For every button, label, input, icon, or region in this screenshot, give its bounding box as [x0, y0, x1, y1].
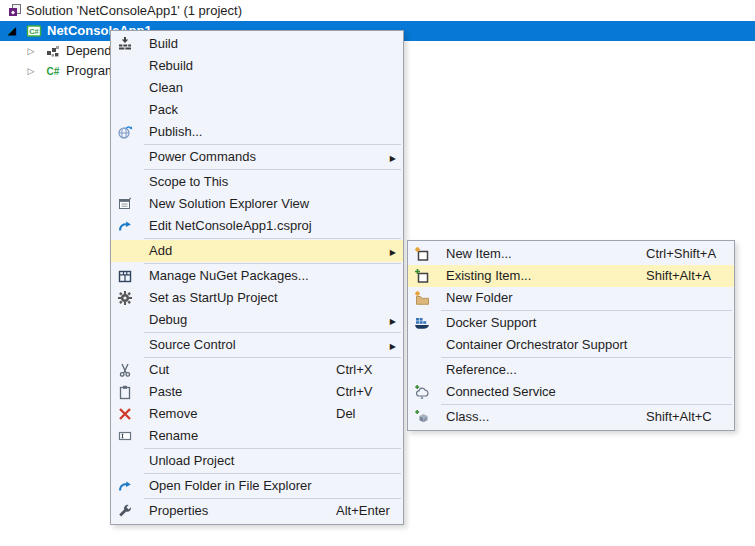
menu-item-debug[interactable]: Debug [111, 309, 403, 331]
menu-item-label: Edit NetConsoleApp1.csproj [149, 215, 312, 237]
remove-icon [117, 406, 133, 422]
menu-item-properties[interactable]: Properties Alt+Enter [111, 500, 403, 522]
submenu-arrow-icon [390, 146, 396, 170]
menu-item-cut[interactable]: Cut Ctrl+X [111, 359, 403, 381]
menu-item-label: Rename [149, 425, 198, 447]
add-submenu: New Item... Ctrl+Shift+A Existing Item..… [407, 240, 735, 431]
menu-item-label: New Solution Explorer View [149, 193, 309, 215]
menu-item-connected-service[interactable]: Connected Service [408, 381, 734, 403]
svg-text:C#: C# [47, 66, 60, 77]
menu-separator [144, 473, 401, 474]
menu-item-clean[interactable]: Clean [111, 77, 403, 99]
menu-item-label: New Folder [446, 287, 512, 309]
menu-item-label: Cut [149, 359, 169, 381]
menu-item-label: Unload Project [149, 450, 234, 472]
menu-item-remove[interactable]: Remove Del [111, 403, 403, 425]
menu-item-docker-support[interactable]: Docker Support [408, 312, 734, 334]
solution-node[interactable]: Solution 'NetConsoleApp1' (1 project) [0, 0, 755, 21]
menu-item-set-startup-project[interactable]: Set as StartUp Project [111, 287, 403, 309]
menu-item-label: Clean [149, 77, 183, 99]
wrench-icon [117, 503, 133, 519]
menu-item-label: Build [149, 33, 178, 55]
menu-item-label: Scope to This [149, 171, 228, 193]
menu-item-paste[interactable]: Paste Ctrl+V [111, 381, 403, 403]
menu-item-label: Paste [149, 381, 182, 403]
class-icon [414, 409, 430, 425]
existing-item-icon [414, 268, 430, 284]
expander-closed-icon[interactable] [25, 41, 37, 61]
menu-separator [441, 404, 732, 405]
menu-item-reference[interactable]: Reference... [408, 359, 734, 381]
new-item-icon [414, 246, 430, 262]
publish-icon [117, 124, 133, 140]
menu-item-label: Existing Item... [446, 265, 531, 287]
paste-icon [117, 384, 133, 400]
rename-icon [117, 428, 133, 444]
menu-item-new-item[interactable]: New Item... Ctrl+Shift+A [408, 243, 734, 265]
menu-item-shortcut: Ctrl+X [336, 359, 372, 381]
menu-item-class[interactable]: Class... Shift+Alt+C [408, 406, 734, 428]
menu-item-label: Remove [149, 403, 197, 425]
menu-separator [144, 238, 401, 239]
open-folder-arrow-icon [117, 478, 133, 494]
menu-item-label: Power Commands [149, 146, 256, 168]
csharp-file-icon: C# [45, 63, 61, 79]
menu-separator [144, 263, 401, 264]
menu-item-open-folder[interactable]: Open Folder in File Explorer [111, 475, 403, 497]
menu-item-build[interactable]: Build [111, 33, 403, 55]
menu-item-label: Debug [149, 309, 187, 331]
menu-item-label: Open Folder in File Explorer [149, 475, 312, 497]
menu-item-label: Manage NuGet Packages... [149, 265, 309, 287]
csharp-project-icon: C# [26, 23, 42, 39]
submenu-arrow-icon [390, 240, 396, 264]
menu-item-rename[interactable]: Rename [111, 425, 403, 447]
menu-item-manage-nuget[interactable]: Manage NuGet Packages... [111, 265, 403, 287]
connected-service-icon [414, 384, 430, 400]
menu-item-power-commands[interactable]: Power Commands [111, 146, 403, 168]
cut-icon [117, 362, 133, 378]
menu-item-shortcut: Shift+Alt+A [646, 265, 711, 287]
menu-item-container-orchestrator[interactable]: Container Orchestrator Support [408, 334, 734, 356]
new-folder-icon [414, 290, 430, 306]
menu-separator [144, 448, 401, 449]
menu-separator [441, 310, 732, 311]
menu-item-new-solution-explorer-view[interactable]: New Solution Explorer View [111, 193, 403, 215]
menu-item-label: Docker Support [446, 312, 536, 334]
menu-separator [441, 357, 732, 358]
menu-item-label: Add [149, 240, 172, 262]
expander-open-icon[interactable] [6, 21, 18, 41]
project-context-menu: Build Rebuild Clean Pack Publish... Powe… [110, 30, 404, 525]
menu-item-add[interactable]: Add [111, 240, 403, 262]
menu-item-shortcut: Del [336, 403, 356, 425]
gear-icon [117, 290, 133, 306]
menu-item-rebuild[interactable]: Rebuild [111, 55, 403, 77]
submenu-arrow-icon [390, 309, 396, 333]
solution-label: Solution 'NetConsoleApp1' (1 project) [26, 0, 242, 21]
new-solution-explorer-view-icon [117, 196, 133, 212]
menu-item-label: Reference... [446, 359, 517, 381]
solution-icon [7, 2, 23, 18]
menu-item-label: Set as StartUp Project [149, 287, 278, 309]
menu-separator [144, 498, 401, 499]
menu-item-shortcut: Alt+Enter [336, 500, 390, 522]
expander-closed-icon[interactable] [25, 61, 37, 81]
menu-item-edit-csproj[interactable]: Edit NetConsoleApp1.csproj [111, 215, 403, 237]
menu-item-label: Class... [446, 406, 489, 428]
menu-item-label: New Item... [446, 243, 512, 265]
build-icon [117, 36, 133, 52]
menu-item-scope-to-this[interactable]: Scope to This [111, 171, 403, 193]
menu-item-source-control[interactable]: Source Control [111, 334, 403, 356]
menu-item-existing-item[interactable]: Existing Item... Shift+Alt+A [408, 265, 734, 287]
menu-item-pack[interactable]: Pack [111, 99, 403, 121]
menu-item-label: Pack [149, 99, 178, 121]
menu-item-label: Connected Service [446, 381, 556, 403]
menu-item-label: Publish... [149, 121, 202, 143]
menu-separator [144, 357, 401, 358]
edit-arrow-icon [117, 218, 133, 234]
menu-item-publish[interactable]: Publish... [111, 121, 403, 143]
menu-item-new-folder[interactable]: New Folder [408, 287, 734, 309]
menu-item-label: Container Orchestrator Support [446, 334, 627, 356]
menu-item-unload-project[interactable]: Unload Project [111, 450, 403, 472]
svg-text:C#: C# [29, 27, 39, 36]
menu-item-shortcut: Shift+Alt+C [646, 406, 712, 428]
